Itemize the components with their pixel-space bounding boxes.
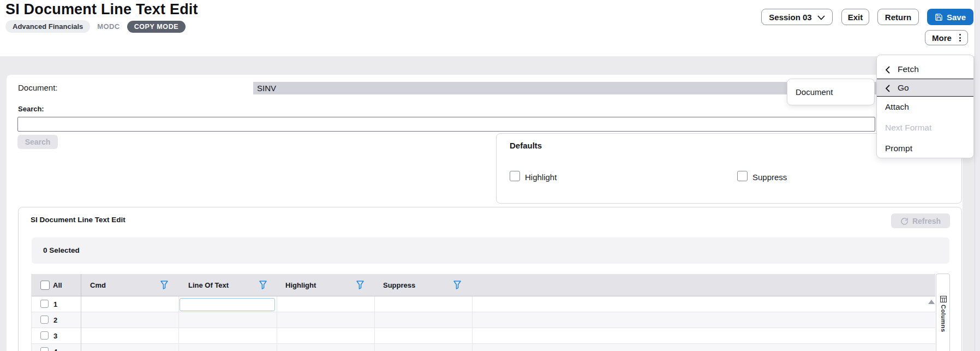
row-select-checkbox[interactable] bbox=[40, 331, 49, 340]
session-label: Session 03 bbox=[769, 13, 811, 22]
chevron-left-icon bbox=[885, 66, 890, 74]
menu-item-label: Go bbox=[898, 83, 909, 93]
grid-panel: SI Document Line Text Edit Refresh 0 Sel… bbox=[18, 207, 962, 351]
menu-item-label: Fetch bbox=[898, 64, 919, 74]
menu-item-label: Attach bbox=[885, 102, 909, 112]
column-header-line-of-text: Line Of Text bbox=[188, 281, 229, 289]
column-divider bbox=[81, 296, 81, 351]
selected-bar: 0 Selected bbox=[32, 237, 949, 264]
table-row[interactable]: 2 bbox=[32, 312, 935, 328]
column-divider bbox=[81, 274, 81, 296]
row-number: 2 bbox=[53, 312, 57, 328]
row-select-checkbox[interactable] bbox=[40, 347, 49, 351]
table-header-row: All Cmd Line Of Text Highlight Suppress bbox=[32, 274, 935, 296]
module-badge: Advanced Financials bbox=[5, 20, 90, 33]
defaults-title: Defaults bbox=[510, 141, 542, 150]
scroll-up-icon[interactable] bbox=[928, 300, 935, 304]
column-divider bbox=[277, 296, 277, 351]
search-label: Search: bbox=[18, 105, 44, 113]
filter-icon[interactable] bbox=[160, 281, 168, 291]
select-all-label: All bbox=[53, 281, 62, 289]
refresh-icon bbox=[900, 217, 909, 225]
go-submenu: Document bbox=[787, 79, 875, 105]
column-divider bbox=[472, 296, 473, 351]
table-row[interactable]: 4 bbox=[32, 344, 935, 351]
page-title: SI Document Line Text Edit bbox=[5, 1, 198, 18]
menu-item-fetch[interactable]: Fetch bbox=[877, 60, 973, 79]
line-of-text-cell-input[interactable] bbox=[180, 298, 275, 311]
highlight-checkbox[interactable] bbox=[510, 171, 520, 181]
search-button[interactable]: Search bbox=[17, 135, 58, 149]
badge-row: Advanced Financials MODC COPY MODE bbox=[5, 20, 186, 33]
columns-icon bbox=[940, 295, 947, 305]
more-dropdown-menu: Fetch Go Attach Next Format Prompt bbox=[876, 55, 974, 158]
row-number: 3 bbox=[53, 328, 57, 344]
menu-item-label: Next Format bbox=[885, 123, 931, 133]
column-divider bbox=[374, 296, 375, 351]
page-scrollbar[interactable] bbox=[975, 0, 980, 351]
filter-icon[interactable] bbox=[356, 281, 364, 291]
table-body: 1 2 3 4 bbox=[32, 296, 935, 351]
menu-item-label: Prompt bbox=[885, 144, 912, 153]
more-vertical-icon bbox=[959, 34, 961, 41]
row-select-checkbox[interactable] bbox=[40, 316, 49, 324]
menu-item-prompt[interactable]: Prompt bbox=[877, 138, 973, 159]
app-window: SI Document Line Text Edit Advanced Fina… bbox=[0, 0, 980, 351]
more-label: More bbox=[932, 33, 952, 43]
chevron-left-icon bbox=[885, 85, 890, 92]
session-dropdown-button[interactable]: Session 03 bbox=[761, 9, 833, 25]
column-header-cmd: Cmd bbox=[90, 281, 106, 289]
table-row[interactable]: 3 bbox=[32, 328, 935, 344]
return-label: Return bbox=[885, 13, 911, 22]
highlight-label: Highlight bbox=[525, 172, 557, 182]
selected-count: 0 Selected bbox=[43, 246, 80, 254]
menu-item-next-format: Next Format bbox=[877, 117, 973, 138]
column-header-suppress: Suppress bbox=[383, 281, 415, 289]
suppress-label: Suppress bbox=[752, 172, 787, 182]
row-select-checkbox[interactable] bbox=[40, 300, 49, 308]
filter-icon[interactable] bbox=[259, 281, 267, 291]
column-divider bbox=[178, 296, 179, 351]
row-number: 1 bbox=[53, 296, 57, 312]
select-all-checkbox[interactable] bbox=[40, 281, 50, 290]
grid-title: SI Document Line Text Edit bbox=[31, 216, 126, 224]
columns-button[interactable]: Columns bbox=[936, 273, 950, 351]
search-input[interactable] bbox=[17, 117, 875, 132]
more-button[interactable]: More bbox=[925, 30, 968, 45]
exit-label: Exit bbox=[848, 13, 863, 22]
row-number: 4 bbox=[53, 344, 57, 351]
refresh-label: Refresh bbox=[912, 217, 941, 225]
exit-button[interactable]: Exit bbox=[841, 9, 869, 25]
column-header-highlight: Highlight bbox=[285, 281, 316, 289]
suppress-checkbox[interactable] bbox=[737, 171, 748, 181]
submenu-item-document[interactable]: Document bbox=[796, 87, 833, 97]
refresh-button[interactable]: Refresh bbox=[891, 213, 950, 228]
copy-mode-badge: COPY MODE bbox=[127, 21, 186, 33]
data-table: All Cmd Line Of Text Highlight Suppress … bbox=[31, 274, 935, 351]
document-label: Document: bbox=[18, 83, 58, 92]
save-button[interactable]: Save bbox=[927, 9, 973, 25]
menu-item-go[interactable]: Go bbox=[877, 79, 973, 97]
save-label: Save bbox=[947, 13, 966, 22]
chevron-down-icon bbox=[817, 15, 825, 20]
save-icon bbox=[935, 13, 943, 21]
app-header: SI Document Line Text Edit Advanced Fina… bbox=[0, 0, 980, 56]
return-button[interactable]: Return bbox=[877, 9, 919, 25]
menu-item-attach[interactable]: Attach bbox=[877, 97, 973, 117]
search-button-label: Search bbox=[25, 138, 51, 146]
columns-label: Columns bbox=[940, 305, 947, 332]
filter-icon[interactable] bbox=[453, 281, 461, 291]
code-badge: MODC bbox=[97, 22, 119, 31]
table-row[interactable]: 1 bbox=[32, 296, 935, 312]
